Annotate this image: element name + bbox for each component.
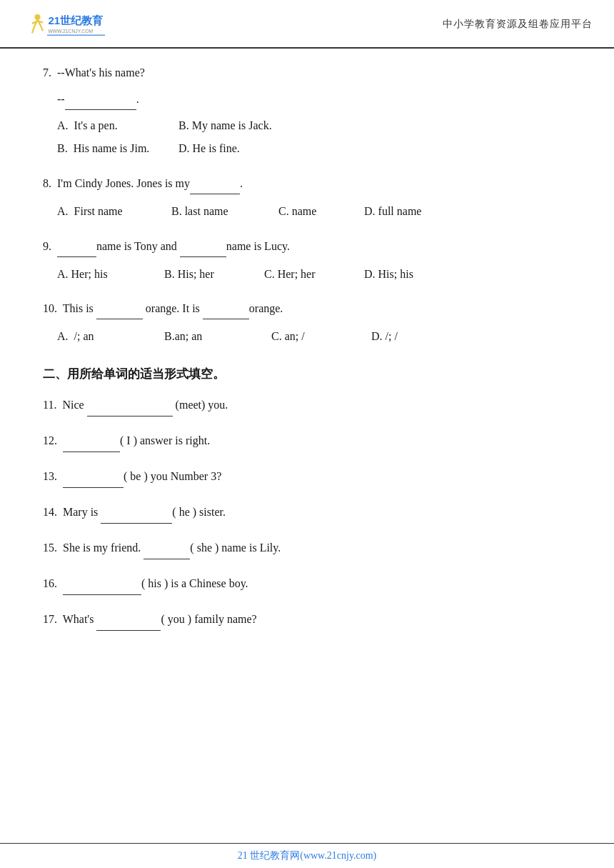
section2-title: 二、用所给单词的适当形式填空。 (43, 366, 585, 382)
fill-q14: 14. Mary is ( he ) sister. (43, 501, 585, 524)
svg-point-0 (35, 14, 41, 20)
q9-option-d: D. His; his (364, 263, 450, 286)
q8-option-a: A. First name (57, 200, 164, 224)
q9-option-a: A. Her; his (57, 263, 157, 286)
fill-q11: 11. Nice (meet) you. (43, 394, 585, 416)
question-10: 10. This is orange. It is orange. A. /; … (43, 299, 585, 349)
svg-line-6 (38, 21, 43, 23)
svg-rect-9 (47, 35, 105, 36)
q8-option-b: B. last name (171, 200, 271, 224)
fill-q12: 12. ( I ) answer is right. (43, 429, 585, 452)
svg-line-2 (38, 20, 41, 26)
q7-option-d: D. He is fine. (178, 137, 293, 161)
svg-text:21世纪教育: 21世纪教育 (49, 14, 104, 26)
q7-sub: --. (57, 89, 585, 110)
fill-q16: 16. ( his ) is a Chinese boy. (43, 572, 585, 595)
question-7: 7. --What's his name? --. A. It's a pen.… (43, 63, 585, 161)
q8-title: 8. I'm Cindy Jones. Jones is my. (43, 174, 585, 194)
q11-blank (87, 404, 173, 416)
q9-option-c: C. Her; her (264, 263, 357, 286)
svg-line-1 (34, 20, 38, 27)
q7-option-a: A. It's a pen. (57, 114, 171, 138)
q10-option-c: C. an; / (271, 325, 364, 349)
q10-options: A. /; an B.an; an C. an; / D. /; / (57, 325, 585, 349)
q10-blank2 (203, 306, 249, 319)
q8-option-d: D. full name (364, 200, 457, 224)
q13-blank (63, 475, 124, 488)
platform-title: 中小学教育资源及组卷应用平台 (443, 18, 593, 31)
q7-options2: B. His name is Jim. D. He is fine. (57, 137, 585, 161)
q7-blank (65, 97, 136, 110)
q12-blank (63, 439, 120, 452)
logo-area: 21世纪教育 WWW.21CNJY.COM (21, 7, 107, 41)
q10-option-a: A. /; an (57, 325, 157, 349)
q17-blank (96, 618, 161, 631)
q14-blank (101, 511, 172, 524)
main-content: 7. --What's his name? --. A. It's a pen.… (0, 49, 614, 658)
q9-blank2 (180, 244, 226, 257)
q10-title: 10. This is orange. It is orange. (43, 299, 585, 319)
q9-title: 9. name is Tony and name is Lucy. (43, 236, 585, 257)
q10-option-d: D. /; / (371, 325, 457, 349)
page-header: 21世纪教育 WWW.21CNJY.COM 中小学教育资源及组卷应用平台 (0, 0, 614, 49)
fill-q13: 13. ( be ) you Number 3? (43, 465, 585, 488)
q10-option-b: B.an; an (164, 325, 264, 349)
q7-option-b2: B. My name is Jack. (178, 114, 293, 138)
logo-icon: 21世纪教育 WWW.21CNJY.COM (21, 7, 107, 41)
svg-line-4 (41, 26, 43, 31)
q9-blank1 (57, 244, 96, 257)
footer-text: 21 世纪教育网(www.21cnjy.com) (238, 850, 377, 861)
q7-options: A. It's a pen. B. My name is Jack. (57, 114, 585, 138)
question-8: 8. I'm Cindy Jones. Jones is my. A. Firs… (43, 174, 585, 224)
q8-options: A. First name B. last name C. name D. fu… (57, 200, 585, 224)
q7-option-b: B. His name is Jim. (57, 137, 171, 161)
q7-title: 7. --What's his name? (43, 63, 585, 84)
q8-blank (190, 181, 240, 194)
page-footer: 21 世纪教育网(www.21cnjy.com) (0, 843, 614, 868)
q9-options: A. Her; his B. His; her C. Her; her D. H… (57, 263, 585, 286)
q15-blank (144, 547, 190, 559)
svg-line-3 (32, 26, 34, 33)
fill-q15: 15. She is my friend. ( she ) name is Li… (43, 537, 585, 559)
svg-text:WWW.21CNJY.COM: WWW.21CNJY.COM (49, 29, 94, 34)
q8-option-c: C. name (278, 200, 357, 224)
q16-blank (63, 582, 141, 595)
q9-option-b: B. His; her (164, 263, 257, 286)
question-9: 9. name is Tony and name is Lucy. A. Her… (43, 236, 585, 286)
fill-q17: 17. What's ( you ) family name? (43, 608, 585, 631)
q10-blank1 (96, 306, 143, 319)
